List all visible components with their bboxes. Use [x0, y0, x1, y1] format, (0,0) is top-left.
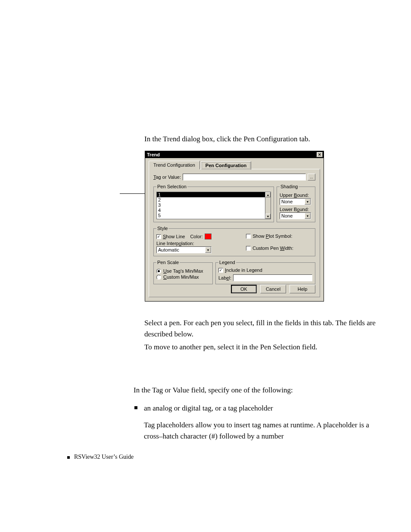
move-pen-paragraph: To move to another pen, select it in the…	[144, 342, 386, 353]
lower-bound-select[interactable]: None ▼	[280, 212, 311, 219]
pen-selection-list[interactable]: 1 2 3 4 5 6	[156, 192, 265, 219]
pen-item-4[interactable]: 4	[157, 208, 265, 213]
show-line-checkbox[interactable]: ✓ Show Line Color:	[156, 233, 237, 240]
custom-minmax-radio[interactable]: Custom Min/Max	[156, 274, 210, 280]
pen-selection-group: Pen Selection 1 2 3 4 5 6 ▲ ▼	[153, 184, 274, 222]
use-tag-minmax-radio[interactable]: Use Tag's Min/Max	[156, 268, 210, 274]
tag-or-value-row: Tag or Value: ...	[153, 174, 315, 180]
upper-bound-label: Upper Bound:	[280, 193, 312, 198]
bullet-body-placeholder: Tag placeholders allow you to insert tag…	[134, 420, 386, 442]
chevron-down-icon[interactable]: ▼	[305, 199, 311, 205]
style-group: Style ✓ Show Line Color: Line Interpolat…	[153, 226, 315, 256]
pen-item-6[interactable]: 6	[157, 218, 265, 219]
pen-item-3[interactable]: 3	[157, 202, 265, 208]
cancel-button[interactable]: Cancel	[260, 285, 286, 293]
legend-label-input[interactable]	[233, 274, 312, 281]
radio-icon	[156, 275, 161, 280]
line-interpolation-select[interactable]: Automatic ▼	[156, 246, 212, 253]
help-button[interactable]: Help	[290, 285, 315, 293]
ok-button[interactable]: OK	[231, 285, 257, 293]
scroll-down-icon[interactable]: ▼	[265, 214, 271, 219]
tag-or-value-input[interactable]	[183, 174, 306, 180]
tab-strip: Trend Configuration Pen Configuration	[149, 161, 320, 169]
style-legend: Style	[156, 226, 168, 231]
tab-trend-configuration[interactable]: Trend Configuration	[149, 161, 200, 169]
color-label: Color:	[190, 234, 202, 239]
checkbox-icon: ✓	[218, 268, 223, 273]
checkbox-icon	[246, 246, 251, 251]
upper-bound-select[interactable]: None ▼	[280, 198, 311, 205]
pen-selection-legend: Pen Selection	[156, 184, 187, 189]
dialog-titlebar: Trend ✕	[145, 151, 324, 158]
upper-bound-value: None	[280, 199, 305, 204]
footer-guide-label: RSView32 User’s Guide	[67, 454, 134, 460]
legend-label-label: Label:	[218, 275, 231, 280]
trend-dialog: Trend ✕ Trend Configuration Pen Configur…	[145, 151, 324, 302]
scroll-up-icon[interactable]: ▲	[265, 192, 271, 197]
shading-group: Shading Upper Bound: None ▼ Lower Bound:…	[277, 184, 315, 222]
intro-paragraph: In the Trend dialog box, click the Pen C…	[144, 134, 386, 145]
tab-panel: Tag or Value: ... Pen Selection 1 2 3 4 …	[149, 169, 320, 297]
legend-legend: Legend	[218, 260, 236, 265]
tag-or-value-label: Tag or Value:	[153, 174, 181, 180]
legend-group: Legend ✓ Include in Legend Label:	[215, 260, 315, 284]
include-in-legend-checkbox[interactable]: ✓ Include in Legend	[218, 268, 312, 273]
section-lead: In the Tag or Value field, specify one o…	[134, 385, 386, 396]
pen-item-2[interactable]: 2	[157, 197, 265, 202]
color-swatch[interactable]	[205, 233, 212, 240]
tab-pen-configuration[interactable]: Pen Configuration	[201, 161, 251, 170]
dialog-title: Trend	[147, 152, 317, 157]
shading-legend: Shading	[280, 184, 299, 189]
pen-item-1[interactable]: 1	[157, 192, 265, 197]
bullet-analog-digital-tag: an analog or digital tag, or a tag place…	[134, 403, 386, 414]
browse-button[interactable]: ...	[308, 174, 315, 180]
checkbox-icon	[246, 234, 251, 239]
pen-list-scrollbar[interactable]: ▲ ▼	[265, 192, 271, 219]
chevron-down-icon[interactable]: ▼	[305, 213, 311, 219]
checkbox-icon: ✓	[156, 234, 161, 239]
close-icon[interactable]: ✕	[317, 152, 323, 157]
pen-scale-group: Pen Scale Use Tag's Min/Max Custom Min/M…	[153, 260, 213, 284]
custom-pen-width-checkbox[interactable]: Custom Pen Width:	[246, 246, 293, 251]
tag-or-value-section: In the Tag or Value field, specify one o…	[134, 385, 386, 448]
chevron-down-icon[interactable]: ▼	[205, 247, 211, 253]
pen-item-5[interactable]: 5	[157, 213, 265, 218]
pen-scale-legend: Pen Scale	[156, 260, 180, 265]
lower-bound-label: Lower Bound:	[280, 207, 312, 212]
select-pen-paragraph: Select a pen. For each pen you select, f…	[144, 317, 386, 339]
radio-icon	[156, 269, 161, 274]
dialog-button-row: OK Cancel Help	[231, 285, 315, 293]
line-interpolation-label: Line Interpolation:	[156, 241, 237, 246]
line-interpolation-value: Automatic	[157, 247, 205, 252]
lower-bound-value: None	[280, 213, 305, 218]
show-plot-symbol-checkbox[interactable]: Show Plot Symbol:	[246, 233, 293, 239]
